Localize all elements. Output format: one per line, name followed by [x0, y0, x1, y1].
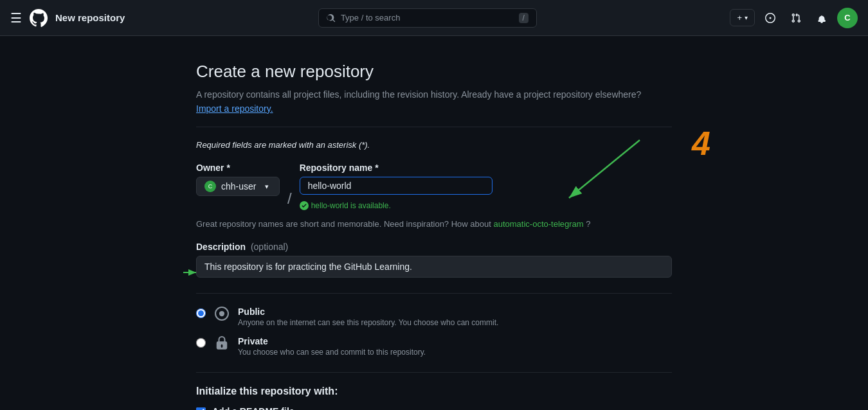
search-input-box[interactable]: Type / to search /: [318, 8, 537, 28]
check-circle-icon: [300, 201, 309, 210]
nav-actions: + ▾ C: [730, 8, 858, 28]
description-section: Description (optional): [196, 242, 672, 278]
suggestion-static: Great repository names are short and mem…: [196, 219, 491, 229]
new-button[interactable]: + ▾: [730, 9, 755, 26]
private-text-group: Private You choose who can see and commi…: [238, 336, 426, 357]
private-label: Private: [238, 336, 426, 346]
public-desc: Anyone on the internet can see this repo…: [238, 318, 498, 327]
page-title: New repository: [55, 12, 125, 23]
owner-value: chh-user: [221, 181, 256, 192]
owner-dropdown[interactable]: C chh-user ▾: [196, 177, 280, 196]
description-input[interactable]: [196, 256, 672, 278]
import-link[interactable]: Import a repository.: [196, 103, 273, 114]
github-logo: [28, 8, 49, 28]
private-radio[interactable]: [196, 338, 206, 348]
search-icon: [327, 13, 336, 22]
divider-top: [196, 127, 672, 127]
readme-text-group: Add a README file This is where you can …: [212, 406, 528, 410]
search-bar[interactable]: Type / to search /: [132, 8, 722, 28]
search-placeholder: Type / to search: [341, 13, 401, 22]
main-content: Create a new repository A repository con…: [183, 62, 685, 410]
plus-icon: +: [737, 13, 742, 22]
visibility-section: Public Anyone on the internet can see th…: [196, 293, 672, 357]
top-navigation: ☰ New repository Type / to search / + ▾: [0, 0, 868, 36]
desc-optional: (optional): [251, 242, 288, 252]
issues-icon[interactable]: [760, 8, 781, 28]
availability-message: hello-world is available.: [300, 201, 493, 210]
owner-repo-row: Owner * C chh-user ▾ / Repository name *…: [196, 163, 672, 210]
public-icon: [215, 307, 229, 323]
form-heading: Create a new repository: [196, 62, 672, 82]
public-text-group: Public Anyone on the internet can see th…: [238, 307, 498, 327]
owner-avatar: C: [204, 181, 216, 192]
hamburger-icon[interactable]: ☰: [10, 10, 22, 26]
readme-option: Add a README file This is where you can …: [196, 406, 672, 410]
nav-left: ☰ New repository: [10, 8, 125, 28]
slash-separator: /: [280, 190, 300, 208]
suggestion-link[interactable]: automatic-octo-telegram: [493, 219, 583, 229]
suggestion-question: ?: [586, 219, 590, 229]
notifications-icon[interactable]: [811, 8, 832, 28]
chevron-down-icon: ▾: [745, 14, 748, 21]
owner-group: Owner * C chh-user ▾: [196, 163, 280, 196]
initialize-section: Initialize this repository with: Add a R…: [196, 372, 672, 410]
suggestion-text: Great repository names are short and mem…: [196, 219, 672, 229]
repo-name-input[interactable]: [300, 177, 493, 195]
annotation-4: 4: [692, 124, 710, 163]
readme-label: Add a README file: [212, 406, 528, 410]
init-heading: Initialize this repository with:: [196, 386, 672, 397]
public-label: Public: [238, 307, 498, 317]
repo-name-group: Repository name * hello-world is availab…: [300, 163, 493, 210]
form-description: A repository contains all project files,…: [196, 89, 672, 100]
public-radio[interactable]: [196, 308, 206, 318]
pullrequest-icon[interactable]: [786, 8, 806, 28]
desc-label-text: Description: [196, 242, 246, 252]
private-desc: You choose who can see and commit to thi…: [238, 348, 426, 357]
search-shortcut-badge: /: [519, 13, 529, 23]
availability-text: hello-world is available.: [311, 201, 391, 210]
desc-label: Description (optional): [196, 242, 672, 252]
avatar[interactable]: C: [837, 8, 858, 28]
private-option: Private You choose who can see and commi…: [196, 336, 672, 357]
private-icon: [215, 336, 229, 353]
chevron-down-icon: ▾: [265, 183, 269, 191]
public-option: Public Anyone on the internet can see th…: [196, 307, 672, 327]
required-note: Required fields are marked with an aster…: [196, 140, 672, 150]
owner-repo-container: 4 Owner * C chh-user ▾ / Repository: [196, 163, 672, 210]
repo-label: Repository name *: [300, 163, 493, 173]
owner-label: Owner *: [196, 163, 280, 173]
readme-checkbox[interactable]: [196, 407, 206, 410]
